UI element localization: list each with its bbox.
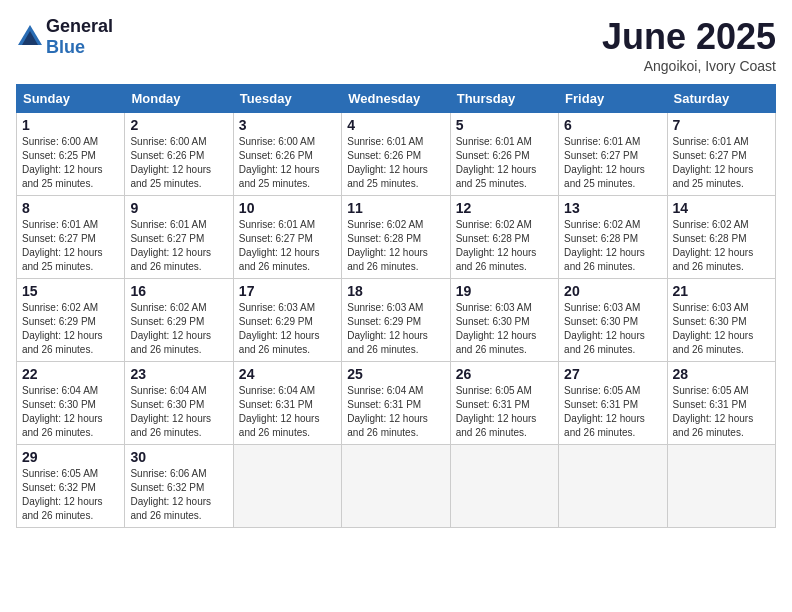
day-number: 14 (673, 200, 770, 216)
logo-blue: Blue (46, 37, 85, 57)
day-number: 10 (239, 200, 336, 216)
day-number: 30 (130, 449, 227, 465)
calendar-cell: 13Sunrise: 6:02 AM Sunset: 6:28 PM Dayli… (559, 196, 667, 279)
calendar-cell: 1Sunrise: 6:00 AM Sunset: 6:25 PM Daylig… (17, 113, 125, 196)
day-info: Sunrise: 6:02 AM Sunset: 6:29 PM Dayligh… (130, 301, 227, 357)
day-info: Sunrise: 6:02 AM Sunset: 6:29 PM Dayligh… (22, 301, 119, 357)
calendar-cell: 20Sunrise: 6:03 AM Sunset: 6:30 PM Dayli… (559, 279, 667, 362)
day-info: Sunrise: 6:01 AM Sunset: 6:26 PM Dayligh… (347, 135, 444, 191)
day-number: 3 (239, 117, 336, 133)
calendar-cell (342, 445, 450, 528)
calendar-cell: 3Sunrise: 6:00 AM Sunset: 6:26 PM Daylig… (233, 113, 341, 196)
day-number: 28 (673, 366, 770, 382)
day-info: Sunrise: 6:02 AM Sunset: 6:28 PM Dayligh… (456, 218, 553, 274)
day-info: Sunrise: 6:03 AM Sunset: 6:29 PM Dayligh… (239, 301, 336, 357)
calendar-cell (667, 445, 775, 528)
week-row-1: 1Sunrise: 6:00 AM Sunset: 6:25 PM Daylig… (17, 113, 776, 196)
day-info: Sunrise: 6:03 AM Sunset: 6:30 PM Dayligh… (673, 301, 770, 357)
week-row-2: 8Sunrise: 6:01 AM Sunset: 6:27 PM Daylig… (17, 196, 776, 279)
day-number: 1 (22, 117, 119, 133)
calendar-cell: 25Sunrise: 6:04 AM Sunset: 6:31 PM Dayli… (342, 362, 450, 445)
day-info: Sunrise: 6:01 AM Sunset: 6:26 PM Dayligh… (456, 135, 553, 191)
logo-general: General (46, 16, 113, 36)
day-number: 4 (347, 117, 444, 133)
day-number: 22 (22, 366, 119, 382)
calendar-cell: 18Sunrise: 6:03 AM Sunset: 6:29 PM Dayli… (342, 279, 450, 362)
day-info: Sunrise: 6:05 AM Sunset: 6:32 PM Dayligh… (22, 467, 119, 523)
day-info: Sunrise: 6:01 AM Sunset: 6:27 PM Dayligh… (673, 135, 770, 191)
calendar-cell: 24Sunrise: 6:04 AM Sunset: 6:31 PM Dayli… (233, 362, 341, 445)
calendar-cell (559, 445, 667, 528)
week-row-4: 22Sunrise: 6:04 AM Sunset: 6:30 PM Dayli… (17, 362, 776, 445)
calendar-cell: 12Sunrise: 6:02 AM Sunset: 6:28 PM Dayli… (450, 196, 558, 279)
header-cell-sunday: Sunday (17, 85, 125, 113)
logo-text: General Blue (46, 16, 113, 58)
day-info: Sunrise: 6:03 AM Sunset: 6:30 PM Dayligh… (456, 301, 553, 357)
day-number: 9 (130, 200, 227, 216)
day-info: Sunrise: 6:01 AM Sunset: 6:27 PM Dayligh… (22, 218, 119, 274)
day-number: 21 (673, 283, 770, 299)
calendar-cell: 23Sunrise: 6:04 AM Sunset: 6:30 PM Dayli… (125, 362, 233, 445)
month-title: June 2025 (602, 16, 776, 58)
day-number: 17 (239, 283, 336, 299)
day-info: Sunrise: 6:02 AM Sunset: 6:28 PM Dayligh… (564, 218, 661, 274)
day-number: 19 (456, 283, 553, 299)
header-cell-wednesday: Wednesday (342, 85, 450, 113)
calendar-cell: 29Sunrise: 6:05 AM Sunset: 6:32 PM Dayli… (17, 445, 125, 528)
logo-icon (16, 23, 44, 51)
header-cell-thursday: Thursday (450, 85, 558, 113)
header-cell-tuesday: Tuesday (233, 85, 341, 113)
calendar-cell: 22Sunrise: 6:04 AM Sunset: 6:30 PM Dayli… (17, 362, 125, 445)
day-number: 15 (22, 283, 119, 299)
calendar-cell: 2Sunrise: 6:00 AM Sunset: 6:26 PM Daylig… (125, 113, 233, 196)
day-info: Sunrise: 6:03 AM Sunset: 6:30 PM Dayligh… (564, 301, 661, 357)
calendar-cell: 5Sunrise: 6:01 AM Sunset: 6:26 PM Daylig… (450, 113, 558, 196)
day-number: 25 (347, 366, 444, 382)
calendar-cell: 27Sunrise: 6:05 AM Sunset: 6:31 PM Dayli… (559, 362, 667, 445)
calendar-cell: 28Sunrise: 6:05 AM Sunset: 6:31 PM Dayli… (667, 362, 775, 445)
day-info: Sunrise: 6:00 AM Sunset: 6:26 PM Dayligh… (239, 135, 336, 191)
day-number: 11 (347, 200, 444, 216)
day-info: Sunrise: 6:04 AM Sunset: 6:30 PM Dayligh… (130, 384, 227, 440)
calendar-cell: 30Sunrise: 6:06 AM Sunset: 6:32 PM Dayli… (125, 445, 233, 528)
header-row: SundayMondayTuesdayWednesdayThursdayFrid… (17, 85, 776, 113)
day-number: 20 (564, 283, 661, 299)
calendar-cell (233, 445, 341, 528)
day-number: 2 (130, 117, 227, 133)
calendar-table: SundayMondayTuesdayWednesdayThursdayFrid… (16, 84, 776, 528)
day-info: Sunrise: 6:05 AM Sunset: 6:31 PM Dayligh… (564, 384, 661, 440)
calendar-cell: 14Sunrise: 6:02 AM Sunset: 6:28 PM Dayli… (667, 196, 775, 279)
calendar-cell: 9Sunrise: 6:01 AM Sunset: 6:27 PM Daylig… (125, 196, 233, 279)
day-info: Sunrise: 6:01 AM Sunset: 6:27 PM Dayligh… (239, 218, 336, 274)
logo: General Blue (16, 16, 113, 58)
calendar-cell: 11Sunrise: 6:02 AM Sunset: 6:28 PM Dayli… (342, 196, 450, 279)
calendar-cell: 6Sunrise: 6:01 AM Sunset: 6:27 PM Daylig… (559, 113, 667, 196)
day-info: Sunrise: 6:04 AM Sunset: 6:31 PM Dayligh… (239, 384, 336, 440)
week-row-3: 15Sunrise: 6:02 AM Sunset: 6:29 PM Dayli… (17, 279, 776, 362)
header-cell-saturday: Saturday (667, 85, 775, 113)
calendar-cell: 10Sunrise: 6:01 AM Sunset: 6:27 PM Dayli… (233, 196, 341, 279)
day-number: 29 (22, 449, 119, 465)
day-info: Sunrise: 6:01 AM Sunset: 6:27 PM Dayligh… (564, 135, 661, 191)
day-info: Sunrise: 6:02 AM Sunset: 6:28 PM Dayligh… (673, 218, 770, 274)
calendar-cell: 17Sunrise: 6:03 AM Sunset: 6:29 PM Dayli… (233, 279, 341, 362)
day-info: Sunrise: 6:03 AM Sunset: 6:29 PM Dayligh… (347, 301, 444, 357)
calendar-cell: 4Sunrise: 6:01 AM Sunset: 6:26 PM Daylig… (342, 113, 450, 196)
day-info: Sunrise: 6:05 AM Sunset: 6:31 PM Dayligh… (673, 384, 770, 440)
day-info: Sunrise: 6:02 AM Sunset: 6:28 PM Dayligh… (347, 218, 444, 274)
header: General Blue June 2025 Angoikoi, Ivory C… (16, 16, 776, 74)
day-number: 16 (130, 283, 227, 299)
day-info: Sunrise: 6:05 AM Sunset: 6:31 PM Dayligh… (456, 384, 553, 440)
header-cell-monday: Monday (125, 85, 233, 113)
day-info: Sunrise: 6:04 AM Sunset: 6:30 PM Dayligh… (22, 384, 119, 440)
calendar-cell: 26Sunrise: 6:05 AM Sunset: 6:31 PM Dayli… (450, 362, 558, 445)
day-number: 13 (564, 200, 661, 216)
day-number: 8 (22, 200, 119, 216)
day-info: Sunrise: 6:00 AM Sunset: 6:25 PM Dayligh… (22, 135, 119, 191)
day-number: 5 (456, 117, 553, 133)
location-title: Angoikoi, Ivory Coast (602, 58, 776, 74)
day-info: Sunrise: 6:06 AM Sunset: 6:32 PM Dayligh… (130, 467, 227, 523)
day-info: Sunrise: 6:01 AM Sunset: 6:27 PM Dayligh… (130, 218, 227, 274)
day-number: 24 (239, 366, 336, 382)
day-info: Sunrise: 6:04 AM Sunset: 6:31 PM Dayligh… (347, 384, 444, 440)
